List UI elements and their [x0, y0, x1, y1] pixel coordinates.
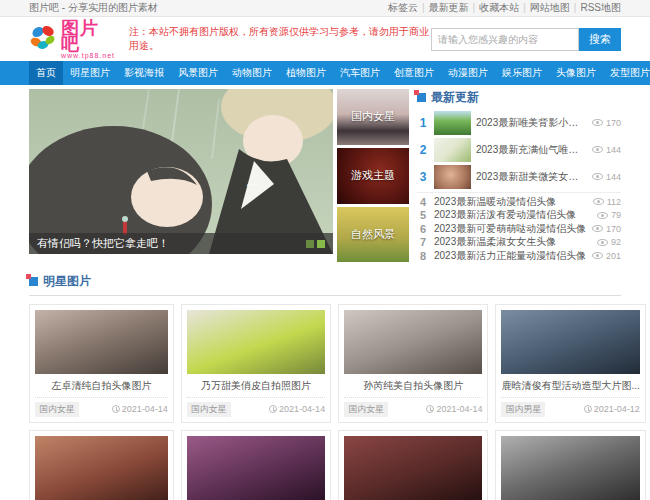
tile-label: 国内女星 [351, 109, 395, 124]
card-title: 孙芮纯美自拍头像图片 [344, 379, 482, 393]
card-divider [35, 397, 168, 398]
list-item-title: 2023最新充满仙气唯美女生头像 [476, 143, 587, 157]
rank-number: 5 [417, 209, 429, 221]
nav-item-avatar-pics[interactable]: 头像图片 [549, 61, 603, 85]
list-item[interactable]: 4 2023最新温暖动漫情侣头像 112 [417, 195, 621, 209]
star-pictures-title: 明星图片 [43, 273, 91, 290]
view-count: 144 [606, 172, 621, 182]
latest-updates-panel: 最新更新 1 2023最新唯美背影小清新女生头像 170 2 2 [413, 89, 621, 263]
nav-item-creative-pics[interactable]: 创意图片 [387, 61, 441, 85]
clock-icon [269, 405, 277, 413]
nav-item-star-pics[interactable]: 明星图片 [63, 61, 117, 85]
list-item-thumbnail [434, 165, 471, 189]
eye-icon [592, 252, 603, 259]
card-thumbnail [344, 310, 482, 374]
eye-icon [592, 173, 603, 180]
card-category-tag[interactable]: 国内女星 [35, 402, 79, 417]
tile-game-theme[interactable]: 游戏主题 [337, 148, 409, 204]
top-link-tag-cloud[interactable]: 标签云 [388, 1, 425, 15]
card-thumbnail [35, 436, 168, 500]
featured-slider[interactable]: ～ 有情侣吗？快把它拿走吧！ [29, 89, 333, 254]
list-item-title: 2023最新可爱萌萌哒动漫情侣头像 [434, 222, 587, 236]
list-item[interactable]: 7 2023最新温柔淑女女生头像 92 [417, 236, 621, 250]
nav-item-movie-posters[interactable]: 影视海报 [117, 61, 171, 85]
nav-item-home[interactable]: 首页 [29, 61, 63, 85]
top-link-sitemap[interactable]: 网站地图 [530, 1, 577, 15]
slider-caption-text: 有情侣吗？快把它拿走吧！ [37, 233, 169, 254]
rank-number: 1 [417, 116, 429, 130]
card-category-tag[interactable]: 国内男星 [501, 402, 545, 417]
top-utility-bar: 图片吧 - 分享实用的图片素材 标签云 最新更新 收藏本站 网站地图 RSS地图 [0, 0, 650, 17]
eye-icon [592, 119, 603, 126]
view-count: 144 [606, 145, 621, 155]
top-link-latest-updates[interactable]: 最新更新 [429, 1, 476, 15]
logo-text: 图片吧 [61, 20, 115, 52]
site-logo[interactable]: 图片吧 www.tp88.net [29, 20, 115, 59]
image-card[interactable]: 罗云熙春日温柔清新海棠大片... 国内男星 2021-04-11 [338, 430, 488, 500]
clock-icon [584, 405, 592, 413]
list-item-title: 2023最新唯美背影小清新女生头像 [476, 116, 587, 130]
list-item-thumbnail [434, 138, 471, 162]
nav-item-animal-pics[interactable]: 动物图片 [225, 61, 279, 85]
latest-updates-list: 1 2023最新唯美背影小清新女生头像 170 2 2023最新充满仙气唯美女生… [417, 109, 621, 263]
top-link-rss[interactable]: RSS地图 [580, 1, 621, 15]
list-item[interactable]: 8 2023最新活力正能量动漫情侣头像 201 [417, 249, 621, 263]
nav-item-hairstyle-pics[interactable]: 发型图片 [603, 61, 650, 85]
image-card[interactable]: 小鬼王琳凯新变的皮夹克潮流... 国内男星 2021-04-11 [181, 430, 331, 500]
star-pictures-section: 明星图片 左卓清纯自拍头像图片 国内女星 2021-04-14 乃万甜美俏皮自拍… [29, 273, 621, 500]
card-thumbnail [187, 310, 325, 374]
star-pictures-grid: 左卓清纯自拍头像图片 国内女星 2021-04-14 乃万甜美俏皮自拍照图片 国… [29, 304, 621, 500]
card-thumbnail [35, 310, 168, 374]
latest-updates-header: 最新更新 [417, 89, 621, 106]
card-title: 左卓清纯自拍头像图片 [35, 379, 168, 393]
view-count: 170 [606, 224, 621, 234]
eye-icon [592, 225, 603, 232]
hero-row: ～ 有情侣吗？快把它拿走吧！ 国内女星 游戏主题 [29, 89, 621, 263]
card-category-tag[interactable]: 国内女星 [187, 402, 231, 417]
image-card[interactable]: 左卓清纯自拍头像图片 国内女星 2021-04-14 [29, 304, 174, 423]
clock-icon [426, 405, 434, 413]
card-title: 鹿晗清俊有型活动造型大片图... [501, 379, 639, 393]
list-item[interactable]: 5 2023最新活泼有爱动漫情侣头像 79 [417, 209, 621, 223]
image-card[interactable]: 许光汉少年感NYLON尼龙封... 国内男星 2021-04-11 [29, 430, 174, 500]
nav-item-entertainment-pics[interactable]: 娱乐图片 [495, 61, 549, 85]
nav-item-car-pics[interactable]: 汽车图片 [333, 61, 387, 85]
top-links: 标签云 最新更新 收藏本站 网站地图 RSS地图 [388, 1, 621, 15]
search-box: 搜索 [431, 28, 621, 51]
nav-item-anime-pics[interactable]: 动漫图片 [441, 61, 495, 85]
list-item-title: 2023最新甜美微笑女生头像 [476, 170, 587, 184]
card-date: 2021-04-12 [594, 404, 640, 414]
nav-item-scenery-pics[interactable]: 风景图片 [171, 61, 225, 85]
tile-nature-scenery[interactable]: 自然风景 [337, 207, 409, 263]
list-item[interactable]: 6 2023最新可爱萌萌哒动漫情侣头像 170 [417, 222, 621, 236]
view-count: 170 [606, 118, 621, 128]
image-card[interactable]: 乃万甜美俏皮自拍照图片 国内女星 2021-04-14 [181, 304, 331, 423]
slider-dot-1[interactable] [306, 240, 314, 248]
eye-icon [597, 239, 608, 246]
image-card[interactable]: 鹿晗清俊有型活动造型大片图... 国内男星 2021-04-12 [495, 304, 645, 423]
copyright-notice: 注：本站不拥有图片版权，所有资源仅供学习与参考，请勿用于商业用途。 [129, 25, 431, 53]
card-date: 2021-04-14 [279, 404, 325, 414]
view-count: 201 [606, 251, 621, 261]
image-card[interactable]: 龚俊笔挺西装造型有型有范写... 国内男星 2021-04-11 [495, 430, 645, 500]
rank-number: 6 [417, 223, 429, 235]
clock-icon [112, 405, 120, 413]
star-pictures-header: 明星图片 [29, 273, 621, 296]
search-input[interactable] [431, 28, 579, 51]
eye-icon [593, 198, 604, 205]
list-item[interactable]: 2 2023最新充满仙气唯美女生头像 144 [417, 136, 621, 163]
nav-item-plant-pics[interactable]: 植物图片 [279, 61, 333, 85]
list-item-title: 2023最新活力正能量动漫情侣头像 [434, 249, 587, 263]
slider-pagination [306, 240, 325, 248]
tile-domestic-actresses[interactable]: 国内女星 [337, 89, 409, 145]
slider-dot-2[interactable] [317, 240, 325, 248]
image-card[interactable]: 孙芮纯美自拍头像图片 国内女星 2021-04-14 [338, 304, 488, 423]
list-item[interactable]: 3 2023最新甜美微笑女生头像 144 [417, 163, 621, 190]
tile-label: 自然风景 [351, 227, 395, 242]
category-tiles: 国内女星 游戏主题 自然风景 [337, 89, 409, 263]
top-link-bookmark[interactable]: 收藏本站 [479, 1, 526, 15]
list-item[interactable]: 1 2023最新唯美背影小清新女生头像 170 [417, 109, 621, 136]
card-title: 乃万甜美俏皮自拍照图片 [187, 379, 325, 393]
search-button[interactable]: 搜索 [579, 28, 621, 51]
card-category-tag[interactable]: 国内女星 [344, 402, 388, 417]
